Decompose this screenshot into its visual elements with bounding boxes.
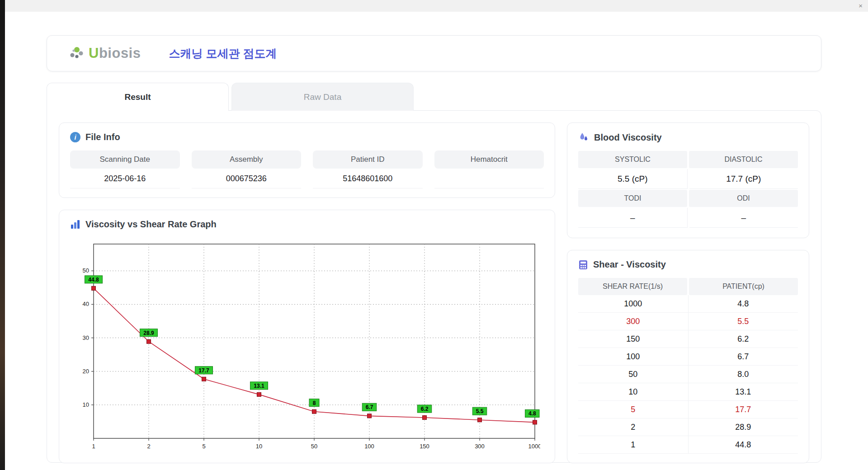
svg-text:4.8: 4.8 [528,410,536,417]
graph-panel: Viscosity vs Shear Rate Graph 1020304050… [59,210,555,463]
graph-heading: Viscosity vs Shear Rate Graph [70,219,544,230]
brand-text: Ubiosis [89,45,141,61]
table-row: 150 6.2 [578,330,798,348]
field-value: 51648601600 [313,169,423,188]
right-column: Blood Viscosity SYSTOLICDIASTOLIC 5.5 (c… [567,122,809,451]
field-label: Patient ID [313,150,423,169]
shear-rate-cell: 300 [578,313,689,330]
bv-value-cell: 17.7 (cP) [689,169,798,189]
tab-result[interactable]: Result [47,83,229,111]
shear-viscosity-panel: Shear - Viscosity SHEAR RATE(1/s)PATIENT… [567,250,809,463]
info-icon [70,132,80,142]
svg-text:44.8: 44.8 [88,277,99,283]
field-label: Assembly [192,150,302,169]
patient-viscosity-cell: 5.5 [689,313,798,330]
bv-header-cell: TODI [578,190,687,207]
bv-header-cell: ODI [689,190,798,207]
svg-text:50: 50 [311,443,317,450]
shear-table-header: SHEAR RATE(1/s)PATIENT(cp) [578,278,798,295]
file-info-fields: Scanning Date 2025-06-16 Assembly 000675… [70,150,544,188]
bv-value-row: 5.5 (cP)17.7 (cP) [578,169,798,189]
screen-left-edge [0,0,5,470]
file-info-title: File Info [85,132,120,142]
file-info-field: Assembly 000675236 [192,150,302,188]
bv-value-row: –– [578,208,798,228]
app-title: 스캐닝 모세관 점도계 [169,46,277,61]
field-label: Scanning Date [70,150,180,169]
shear-table-body: 1000 4.8 300 5.5 150 6.2 100 6.7 50 8.0 … [578,295,798,454]
table-row: 100 6.7 [578,348,798,366]
tab-bar: ResultRaw Data [47,83,821,111]
patient-viscosity-cell: 6.7 [689,348,798,365]
svg-text:28.9: 28.9 [143,330,154,336]
blood-viscosity-panel: Blood Viscosity SYSTOLICDIASTOLIC 5.5 (c… [567,122,809,238]
left-column: File Info Scanning Date 2025-06-16 Assem… [59,122,555,451]
file-info-panel: File Info Scanning Date 2025-06-16 Assem… [59,122,555,198]
table-row: 1000 4.8 [578,295,798,313]
shear-rate-cell: 1000 [578,295,689,312]
field-value: 2025-06-16 [70,169,180,188]
patient-viscosity-cell: 28.9 [689,418,798,436]
viscosity-shear-chart: 10203040501251050100150300100044.828.917… [70,238,540,454]
shear-rate-cell: 50 [578,366,689,383]
patient-viscosity-cell: 6.2 [689,330,798,348]
blood-viscosity-table: SYSTOLICDIASTOLIC 5.5 (cP)17.7 (cP)TODIO… [578,151,798,228]
blood-viscosity-heading: Blood Viscosity [578,132,798,143]
table-row: 1 44.8 [578,436,798,454]
svg-text:1000: 1000 [528,443,540,450]
table-row: 300 5.5 [578,313,798,330]
svg-text:1: 1 [92,443,95,450]
logo-molecule-icon [68,44,86,62]
table-row: 2 28.9 [578,418,798,436]
patient-viscosity-cell: 8.0 [689,366,798,383]
patient-viscosity-cell: 4.8 [689,295,798,312]
app-header: Ubiosis 스캐닝 모세관 점도계 [47,35,821,71]
shear-rate-cell: 2 [578,418,689,436]
shear-rate-cell: 150 [578,330,689,348]
svg-text:10: 10 [256,443,262,450]
shear-rate-cell: 100 [578,348,689,365]
shear-rate-cell: 10 [578,383,689,400]
patient-viscosity-cell: 17.7 [689,401,798,418]
bar-chart-icon [70,219,80,230]
file-info-field: Patient ID 51648601600 [313,150,423,188]
bv-value-cell: – [578,208,688,228]
svg-text:20: 20 [83,368,89,375]
tab-raw-data[interactable]: Raw Data [231,83,414,111]
file-info-field: Scanning Date 2025-06-16 [70,150,180,188]
bv-header-cell: DIASTOLIC [689,151,798,168]
graph-title: Viscosity vs Shear Rate Graph [85,219,217,230]
svg-text:2: 2 [147,443,150,450]
table-row: 5 17.7 [578,401,798,418]
blood-viscosity-title: Blood Viscosity [594,132,662,143]
svg-text:5.5: 5.5 [476,408,484,414]
calculator-icon [578,260,588,270]
field-value: 000675236 [192,169,302,188]
result-content: File Info Scanning Date 2025-06-16 Assem… [47,110,821,463]
file-info-field: Hematocrit [434,150,544,188]
svg-text:150: 150 [420,443,429,450]
close-icon[interactable]: × [859,1,863,10]
svg-text:8: 8 [313,400,316,406]
bv-header-row: SYSTOLICDIASTOLIC [578,151,798,168]
svg-text:6.7: 6.7 [366,404,373,410]
svg-text:13.1: 13.1 [254,383,264,389]
app-page: Ubiosis 스캐닝 모세관 점도계 ResultRaw Data File … [5,12,868,470]
bv-header-row: TODIODI [578,190,798,207]
svg-text:50: 50 [83,267,89,274]
svg-text:6.2: 6.2 [421,406,429,412]
bv-value-cell: 5.5 (cP) [578,169,688,189]
bv-value-cell: – [689,208,798,228]
patient-viscosity-cell: 44.8 [689,436,798,453]
table-row: 10 13.1 [578,383,798,401]
svg-text:40: 40 [83,301,89,307]
svg-text:100: 100 [364,443,374,450]
window-titlebar: × [5,0,868,12]
svg-text:10: 10 [83,401,89,408]
shear-rate-cell: 5 [578,401,689,418]
patient-viscosity-cell: 13.1 [689,383,798,400]
shear-column-header: SHEAR RATE(1/s) [578,278,687,295]
shear-viscosity-heading: Shear - Viscosity [578,259,798,270]
table-row: 50 8.0 [578,366,798,383]
field-label: Hematocrit [434,150,544,169]
